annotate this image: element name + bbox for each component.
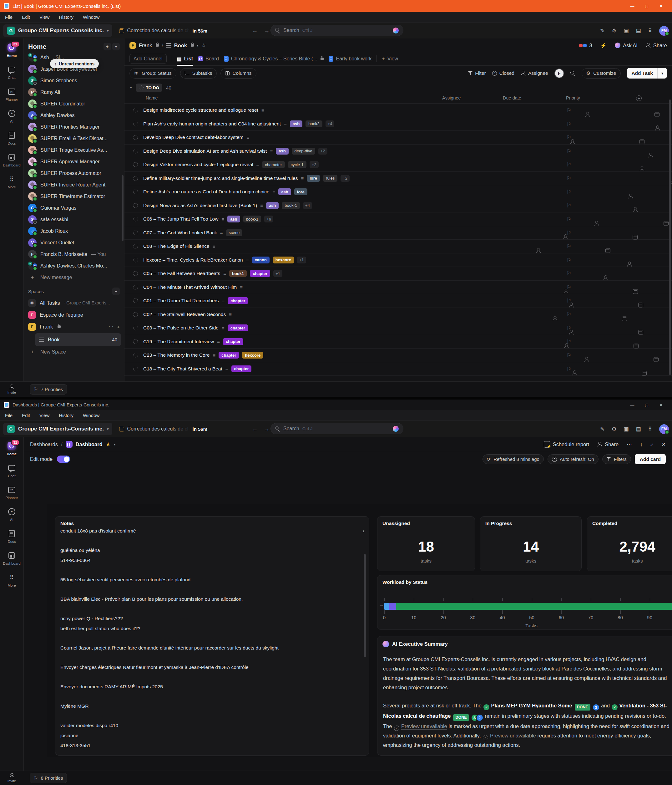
status-icon[interactable] <box>133 203 138 208</box>
priority-flag-icon[interactable] <box>567 366 571 372</box>
group-by-button[interactable]: Group: Status <box>129 68 176 78</box>
task-row[interactable]: C06 – The Jump That Fell Too Lowashbook-… <box>125 213 672 226</box>
column-priority[interactable]: Priority <box>566 95 580 100</box>
column-name[interactable]: Name <box>146 95 158 100</box>
tag-book-1[interactable]: book-1 <box>243 216 262 222</box>
search-icon[interactable] <box>571 71 575 76</box>
due-date-icon[interactable] <box>633 235 638 239</box>
add-channel-button[interactable]: Add Channel <box>129 54 167 64</box>
tab-list[interactable]: List <box>177 52 193 66</box>
tag-book1[interactable]: book1 <box>229 270 247 277</box>
task-name[interactable]: C18 – The City That Shivered a Beat <box>143 366 222 372</box>
compose-icon[interactable] <box>600 426 605 432</box>
task-name[interactable]: Define Ash's true nature as God of Death… <box>143 189 270 195</box>
status-icon[interactable] <box>133 285 138 289</box>
list-item[interactable]: SUPER Coordinator <box>24 98 124 109</box>
status-icon[interactable] <box>133 149 138 153</box>
close-icon[interactable] <box>654 4 668 8</box>
tag-scene[interactable]: scene <box>226 229 243 236</box>
list-item[interactable]: FFrancis B. Morissette — You <box>24 249 124 260</box>
search-input[interactable]: Search Ctrl J <box>270 423 403 434</box>
columns-button[interactable]: Columns <box>220 68 256 78</box>
back-icon[interactable] <box>252 426 258 432</box>
due-date-icon[interactable] <box>605 249 610 253</box>
tag-canon[interactable]: canon <box>252 256 270 263</box>
task-row[interactable]: C19 – The Recruitment Interviewchapter <box>125 335 672 349</box>
list-item[interactable]: JJacob Rioux <box>24 225 124 237</box>
tag-lore[interactable]: lore <box>307 175 320 182</box>
task-name[interactable]: C07 – The God Who Looked Back <box>143 230 217 236</box>
task-row[interactable]: C02 – The Stairwell Between Seconds <box>125 308 672 322</box>
assignee-icon[interactable] <box>594 221 599 226</box>
task-row[interactable]: Design Deep Dive simulation AI arc and A… <box>125 145 672 158</box>
sidebar-scrollbar[interactable] <box>122 175 123 241</box>
upcoming-event[interactable]: Correction des calculs de ch in 56m <box>119 28 207 33</box>
more-tags-chip[interactable]: +4 <box>326 120 335 127</box>
tag-ash[interactable]: ash <box>290 120 302 127</box>
ai-sparkle-icon[interactable] <box>393 426 399 432</box>
assignee-icon[interactable] <box>648 153 653 158</box>
due-date-icon[interactable] <box>639 139 644 144</box>
back-icon[interactable] <box>252 28 258 34</box>
settings-icon[interactable] <box>612 426 616 432</box>
priority-flag-icon[interactable] <box>567 352 571 358</box>
status-icon[interactable] <box>133 176 138 181</box>
rail-item-docs[interactable]: Docs <box>8 529 16 543</box>
settings-icon[interactable] <box>612 28 616 34</box>
task-name[interactable]: Design Vektor nemesis and cycle-1 epilog… <box>143 162 253 167</box>
task-row[interactable]: Plan Ash’s early-human origin chapters a… <box>125 117 672 131</box>
assignee-icon[interactable] <box>655 125 660 130</box>
preview-unavailable-link[interactable]: Preview unavailable <box>401 723 447 730</box>
task-row[interactable]: Hexcore – Time, Cycles & RuleBreaker Can… <box>125 253 672 267</box>
task-name[interactable]: Plan Ash’s early-human origin chapters a… <box>143 121 281 127</box>
list-scrollbar[interactable] <box>669 100 671 375</box>
task-link[interactable]: Plans MEP GYM Hyacinthe Some <box>491 703 572 709</box>
tag-chapter[interactable]: chapter <box>228 324 248 332</box>
profile-avatar[interactable]: FM <box>659 26 669 36</box>
priority-flag-icon[interactable] <box>567 120 571 127</box>
task-name[interactable]: Design Nova arc as Ash’s destined first … <box>143 203 257 208</box>
priority-flag-icon[interactable] <box>567 148 571 154</box>
breadcrumb-list[interactable]: Book <box>174 42 187 48</box>
sidebar-item-espace[interactable]: E Espace de l'équipe <box>24 309 124 321</box>
preview-unavailable-link[interactable]: Preview unavailable <box>490 733 536 739</box>
due-date-icon[interactable] <box>653 357 658 362</box>
chevron-down-icon[interactable] <box>112 43 120 50</box>
assignee-icon[interactable] <box>584 357 589 362</box>
assignee-icon[interactable] <box>585 112 590 117</box>
task-name[interactable]: C03 – The Pulse on the Other Side <box>143 325 218 331</box>
apps-icon[interactable] <box>648 426 652 432</box>
tag-chapter[interactable]: chapter <box>223 338 243 345</box>
rail-item-home[interactable]: 31Home <box>7 44 17 58</box>
collapse-icon[interactable] <box>130 86 132 90</box>
task-name[interactable]: C08 – The Edge of His Silence <box>143 243 209 249</box>
task-name[interactable]: C06 – The Jump That Fell Too Low <box>143 216 218 222</box>
rail-item-more[interactable]: More <box>8 573 16 587</box>
new-space-button[interactable]: New Space <box>24 346 124 358</box>
assignee-icon[interactable] <box>536 248 541 253</box>
sidebar-item-all-tasks[interactable]: ✻ All Tasks - Groupe CMI Experts... <box>24 297 124 309</box>
chevron-down-icon[interactable] <box>114 443 116 446</box>
priority-flag-icon[interactable] <box>567 338 571 345</box>
more-tags-chip[interactable]: +4 <box>303 202 312 209</box>
ai-sparkle-icon[interactable] <box>393 28 399 33</box>
forward-icon[interactable] <box>264 28 270 34</box>
column-due-date[interactable]: Due date <box>503 95 521 100</box>
more-tags-chip[interactable]: +1 <box>273 270 282 277</box>
menu-item-window[interactable]: Window <box>83 413 100 418</box>
status-icon[interactable] <box>133 163 138 167</box>
apps-icon[interactable] <box>648 28 652 34</box>
tag-book2[interactable]: book2 <box>306 120 322 127</box>
customize-button[interactable]: Customize <box>582 68 621 78</box>
tab-early-book-work[interactable]: Early book work <box>329 52 371 66</box>
status-icon[interactable] <box>133 326 138 330</box>
maximize-icon[interactable] <box>639 403 654 407</box>
forward-icon[interactable] <box>264 426 270 432</box>
tag-ash[interactable]: ash <box>266 202 279 209</box>
menu-item-history[interactable]: History <box>59 14 73 20</box>
rail-item-home[interactable]: 31Home <box>7 442 17 456</box>
menu-item-edit[interactable]: Edit <box>22 413 30 418</box>
filters-button[interactable]: Filters <box>602 454 631 464</box>
assignee-icon[interactable] <box>633 207 638 212</box>
workload-bar[interactable] <box>384 603 672 610</box>
